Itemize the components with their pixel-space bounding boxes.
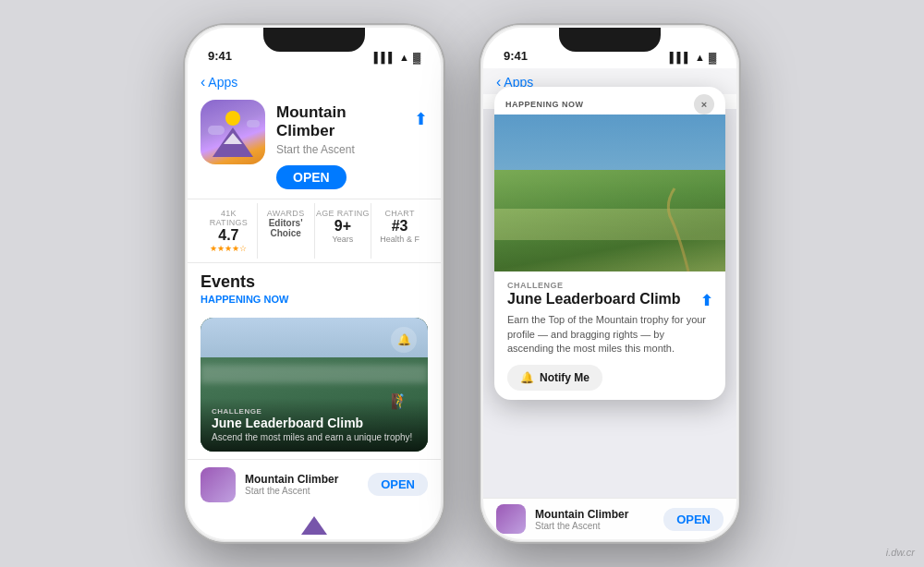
wifi-icon-left: ▲ — [399, 52, 409, 63]
back-button-left[interactable]: ‹ Apps — [201, 74, 237, 90]
snow-icon — [224, 133, 242, 144]
event-card-left[interactable]: 🧗 🔔 CHALLENGE June Leaderboard Climb Asc… — [201, 318, 428, 452]
popup-header: HAPPENING NOW × — [494, 87, 725, 115]
rating-value-2: 9+ — [315, 218, 371, 235]
rating-value-0: 4.7 — [201, 227, 257, 244]
share-button-left[interactable]: ⬆ — [414, 109, 428, 129]
rating-value-3: #3 — [371, 218, 428, 235]
mini-app-info-left: Mountain Climber Start the Ascent — [245, 473, 359, 496]
app-icon-left — [201, 100, 265, 164]
mini-icon-right — [496, 504, 526, 534]
notch-right — [559, 28, 661, 52]
rating-sub-3: Health & F — [371, 235, 428, 244]
notify-label: Notify Me — [540, 371, 590, 384]
notch — [263, 28, 365, 52]
popup-img-overlay — [494, 177, 725, 271]
mini-app-title-left: Mountain Climber — [245, 473, 359, 486]
popup-share-icon[interactable]: ⬆ — [700, 292, 712, 309]
mini-mountain — [301, 516, 327, 535]
popup-description: Earn the Top of the Mountain trophy for … — [507, 313, 712, 356]
events-section: Events HAPPENING NOW — [188, 263, 441, 310]
close-button[interactable]: × — [694, 94, 714, 115]
back-chevron-right: ‹ — [496, 74, 501, 90]
mist-overlay — [201, 365, 428, 383]
rating-sub-2: Years — [315, 235, 371, 244]
event-title-left: June Leaderboard Climb — [212, 416, 417, 430]
ratings-row: 41K RATINGS 4.7 ★★★★☆ AWARDS Editors'Cho… — [188, 199, 441, 263]
popup-tag: CHALLENGE — [507, 281, 712, 290]
right-phone-inner: 9:41 ▌▌▌ ▲ ▓ ‹ Apps — [483, 28, 736, 539]
app-store-page: ‹ Apps Moun — [188, 68, 441, 539]
right-phone: 9:41 ▌▌▌ ▲ ▓ ‹ Apps — [480, 25, 739, 542]
wifi-icon-right: ▲ — [695, 52, 705, 63]
back-label-left: Apps — [208, 75, 237, 90]
bell-icon-left[interactable]: 🔔 — [391, 327, 417, 353]
rating-label-3: CHART — [371, 209, 428, 218]
stars-icon: ★★★★☆ — [201, 244, 257, 253]
mini-app-icon-left — [201, 467, 236, 502]
battery-icon-right: ▓ — [709, 52, 716, 63]
happening-now-label: HAPPENING NOW — [201, 294, 428, 305]
open-button-left[interactable]: OPEN — [276, 165, 346, 189]
event-tag-left: CHALLENGE — [212, 407, 417, 416]
rating-label-1: AWARDS — [258, 209, 314, 218]
mini-app-info-right: Mountain Climber Start the Ascent — [535, 508, 654, 531]
app-header: Mountain Climber Start the Ascent OPEN ⬆ — [188, 94, 441, 199]
event-card-overlay: CHALLENGE June Leaderboard Climb Ascend … — [201, 398, 428, 452]
right-screen: ‹ Apps Mountain Climber HAPPENING NOW × — [483, 68, 736, 539]
mini-app-row-left: Mountain Climber Start the Ascent OPEN — [188, 459, 441, 510]
back-chevron-left: ‹ — [201, 74, 205, 90]
popup-title-text: June Leaderboard Climb — [507, 290, 681, 308]
popup-card: HAPPENING NOW × — [494, 87, 725, 400]
signal-icon-right: ▌▌▌ — [670, 52, 691, 63]
rating-item-0: 41K RATINGS 4.7 ★★★★☆ — [201, 203, 258, 259]
rating-item-1: AWARDS Editors'Choice — [258, 203, 315, 259]
app-subtitle: Start the Ascent — [276, 143, 403, 156]
rating-label-2: AGE RATING — [315, 209, 371, 218]
mini-open-button-right[interactable]: OPEN — [663, 508, 723, 531]
popup-image — [494, 115, 725, 271]
popup-title-row: June Leaderboard Climb ⬆ — [507, 290, 712, 309]
app-title: Mountain Climber — [276, 103, 403, 141]
sun-icon — [225, 111, 240, 126]
watermark: i.dw.cr — [886, 547, 915, 558]
notify-button[interactable]: 🔔 Notify Me — [507, 365, 602, 391]
bell-icon-popup: 🔔 — [520, 371, 534, 384]
popup-body: CHALLENGE June Leaderboard Climb ⬆ Earn … — [494, 271, 725, 400]
status-icons-left: ▌▌▌ ▲ ▓ — [374, 52, 420, 63]
rating-award: Editors'Choice — [258, 218, 314, 238]
rating-item-3: CHART #3 Health & F — [371, 203, 428, 259]
battery-icon-left: ▓ — [413, 52, 420, 63]
time-right: 9:41 — [504, 49, 528, 63]
scene: 9:41 ▌▌▌ ▲ ▓ ‹ Apps — [166, 6, 758, 561]
left-phone-inner: 9:41 ▌▌▌ ▲ ▓ ‹ Apps — [188, 28, 441, 539]
events-title: Events — [201, 272, 428, 292]
mini-open-button-left[interactable]: OPEN — [368, 473, 428, 496]
left-screen: ‹ Apps Moun — [188, 68, 441, 539]
mini-app-title-right: Mountain Climber — [535, 508, 654, 521]
mini-app-sub-right: Start the Ascent — [535, 521, 654, 531]
status-icons-right: ▌▌▌ ▲ ▓ — [670, 52, 716, 63]
right-bottom-app-row: Mountain Climber Start the Ascent OPEN — [483, 498, 736, 539]
left-phone: 9:41 ▌▌▌ ▲ ▓ ‹ Apps — [185, 25, 444, 542]
rating-item-2: AGE RATING 9+ Years — [315, 203, 372, 259]
signal-icon-left: ▌▌▌ — [374, 52, 395, 63]
left-nav-bar: ‹ Apps — [188, 68, 441, 94]
cloud-right-icon — [247, 120, 260, 127]
rating-label-0: 41K RATINGS — [201, 209, 257, 227]
happening-now-badge: HAPPENING NOW — [505, 100, 584, 109]
event-desc-left: Ascend the most miles and earn a unique … — [212, 432, 417, 442]
app-title-block: Mountain Climber Start the Ascent OPEN — [276, 100, 403, 189]
mini-app-sub-left: Start the Ascent — [245, 486, 359, 496]
time-left: 9:41 — [208, 49, 232, 63]
